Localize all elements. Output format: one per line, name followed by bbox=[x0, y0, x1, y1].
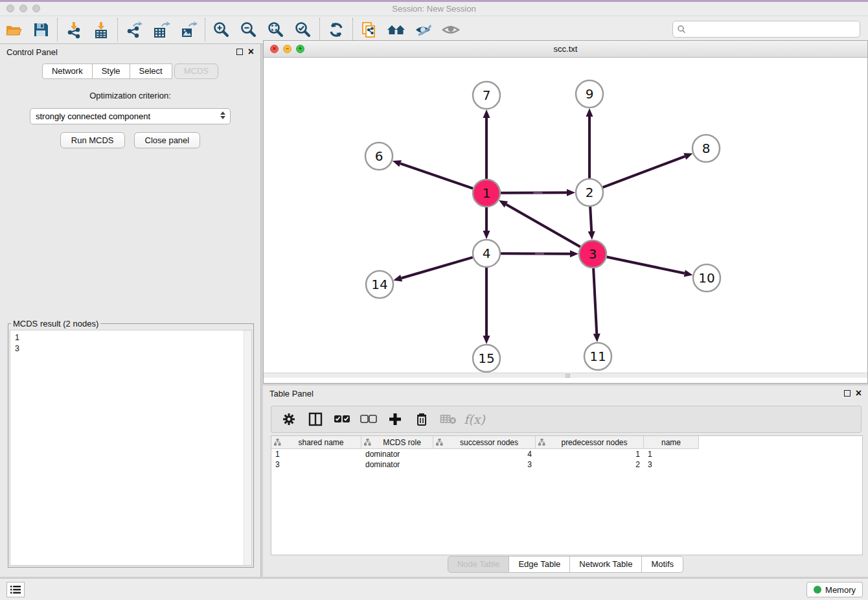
cell-successor-nodes[interactable]: 4 bbox=[433, 449, 536, 459]
table-header-row: shared name MCDS role successor nodes pr… bbox=[271, 436, 862, 449]
graph-edge-2-8[interactable] bbox=[603, 156, 685, 187]
edge-arrowhead bbox=[483, 231, 490, 239]
float-panel-icon[interactable] bbox=[844, 390, 851, 397]
tab-node-table[interactable]: Node Table bbox=[448, 556, 510, 573]
network-minimize-button[interactable]: − bbox=[283, 45, 291, 53]
tab-style[interactable]: Style bbox=[93, 63, 130, 79]
close-panel-icon[interactable]: × bbox=[248, 49, 254, 55]
search-input[interactable] bbox=[686, 25, 860, 34]
edge-arrowhead bbox=[483, 336, 490, 344]
export-table-button[interactable] bbox=[148, 17, 175, 42]
column-header-shared-name[interactable]: shared name bbox=[271, 436, 361, 449]
memory-button[interactable]: Memory bbox=[806, 582, 863, 597]
graph-edge-3-11[interactable] bbox=[593, 268, 597, 334]
table-row[interactable]: 3 dominator 3 2 3 bbox=[271, 459, 862, 470]
graph-node-label: 9 bbox=[586, 86, 594, 102]
graph-edge-3-10[interactable] bbox=[607, 257, 685, 273]
export-image-button[interactable] bbox=[175, 17, 202, 42]
deselect-all-button[interactable] bbox=[356, 408, 380, 430]
cell-name[interactable]: 1 bbox=[644, 449, 699, 459]
edge-arrowhead bbox=[483, 110, 490, 118]
cell-name[interactable]: 3 bbox=[644, 459, 699, 470]
zoom-in-button[interactable] bbox=[208, 17, 235, 42]
zoom-fit-button[interactable] bbox=[262, 17, 290, 42]
zoom-selected-button[interactable] bbox=[290, 17, 317, 42]
import-network-icon bbox=[65, 21, 83, 39]
export-table-icon bbox=[152, 21, 170, 39]
result-scrollbar[interactable] bbox=[244, 330, 251, 565]
tab-select[interactable]: Select bbox=[130, 63, 172, 79]
close-panel-icon[interactable]: × bbox=[856, 390, 862, 397]
delete-table-button[interactable] bbox=[436, 408, 460, 430]
graph-edge-3-1[interactable] bbox=[506, 204, 580, 247]
edge-arrowhead bbox=[570, 250, 578, 257]
add-column-button[interactable] bbox=[383, 408, 407, 430]
tab-network-table[interactable]: Network Table bbox=[570, 556, 642, 573]
graph-edge-2-3[interactable] bbox=[590, 207, 591, 231]
refresh-button[interactable] bbox=[323, 17, 350, 42]
task-history-button[interactable] bbox=[6, 582, 25, 597]
table-panel-titlebar: Table Panel × bbox=[263, 386, 868, 401]
hierarchy-icon bbox=[436, 439, 443, 446]
home-button[interactable] bbox=[383, 17, 410, 42]
node-table[interactable]: shared name MCDS role successor nodes pr… bbox=[271, 435, 863, 555]
criterion-select[interactable]: strongly connected component bbox=[30, 108, 231, 124]
select-all-button[interactable] bbox=[330, 408, 354, 430]
close-panel-button[interactable]: Close panel bbox=[134, 132, 201, 148]
float-panel-icon[interactable] bbox=[236, 49, 243, 55]
close-window-button[interactable] bbox=[6, 5, 14, 12]
open-session-button[interactable] bbox=[0, 17, 27, 42]
zoom-out-button[interactable] bbox=[235, 17, 262, 42]
cell-shared-name[interactable]: 3 bbox=[271, 459, 361, 470]
graph-node-label: 6 bbox=[375, 148, 383, 164]
network-canvas[interactable]: 7968124314101511 bbox=[264, 58, 867, 378]
tab-edge-table[interactable]: Edge Table bbox=[509, 556, 570, 573]
tab-network[interactable]: Network bbox=[42, 63, 93, 79]
table-row[interactable]: 1 dominator 4 1 1 bbox=[271, 449, 862, 459]
show-all-button[interactable] bbox=[437, 17, 464, 42]
window-controls[interactable] bbox=[6, 5, 40, 12]
graph-edge-1-6[interactable] bbox=[400, 163, 473, 188]
maximize-window-button[interactable] bbox=[32, 5, 40, 12]
import-table-icon bbox=[92, 21, 110, 39]
delete-column-button[interactable] bbox=[409, 408, 433, 430]
export-network-button[interactable] bbox=[120, 17, 148, 42]
control-panel-tabs: Network Style Select MCDS bbox=[0, 63, 260, 79]
function-builder-button[interactable]: f(x) bbox=[463, 408, 486, 430]
cell-predecessor-nodes[interactable]: 1 bbox=[536, 449, 644, 459]
column-header-successor-nodes[interactable]: successor nodes bbox=[433, 436, 536, 449]
edge-label-mark bbox=[533, 192, 542, 194]
graph-edge-4-14[interactable] bbox=[402, 257, 473, 278]
show-column-panel-button[interactable] bbox=[303, 408, 327, 430]
cell-mcds-role[interactable]: dominator bbox=[361, 459, 433, 470]
cell-predecessor-nodes[interactable]: 2 bbox=[536, 459, 644, 470]
column-header-predecessor-nodes[interactable]: predecessor nodes bbox=[536, 436, 644, 449]
run-mcds-button[interactable]: Run MCDS bbox=[60, 132, 125, 148]
duplicate-network-view-button[interactable] bbox=[356, 17, 383, 42]
save-session-button[interactable] bbox=[27, 17, 54, 42]
search-field[interactable] bbox=[672, 21, 860, 38]
graph-node-label: 10 bbox=[698, 270, 714, 286]
tab-motifs[interactable]: Motifs bbox=[642, 556, 683, 573]
network-window-titlebar[interactable]: × − + scc.txt bbox=[264, 41, 867, 58]
network-graph[interactable]: 7968124314101511 bbox=[264, 58, 867, 378]
table-settings-button[interactable] bbox=[277, 408, 301, 430]
column-header-mcds-role[interactable]: MCDS role bbox=[361, 436, 433, 449]
eye-slash-icon bbox=[414, 21, 433, 39]
import-table-button[interactable] bbox=[87, 17, 115, 42]
network-close-button[interactable]: × bbox=[270, 45, 279, 53]
status-bar: Memory bbox=[0, 578, 868, 600]
edge-arrowhead bbox=[567, 189, 575, 196]
mcds-result-list[interactable]: 1 3 bbox=[10, 330, 252, 566]
network-maximize-button[interactable]: + bbox=[296, 45, 304, 53]
cell-mcds-role[interactable]: dominator bbox=[361, 449, 433, 459]
tab-mcds[interactable]: MCDS bbox=[174, 63, 218, 79]
import-network-button[interactable] bbox=[60, 17, 87, 42]
cell-successor-nodes[interactable]: 3 bbox=[433, 459, 536, 470]
hide-selected-button[interactable] bbox=[410, 17, 437, 42]
column-header-name[interactable]: name bbox=[644, 436, 699, 449]
cell-shared-name[interactable]: 1 bbox=[271, 449, 361, 459]
resize-grip[interactable] bbox=[565, 374, 570, 378]
graph-node-label: 15 bbox=[478, 351, 494, 366]
minimize-window-button[interactable] bbox=[19, 5, 27, 12]
